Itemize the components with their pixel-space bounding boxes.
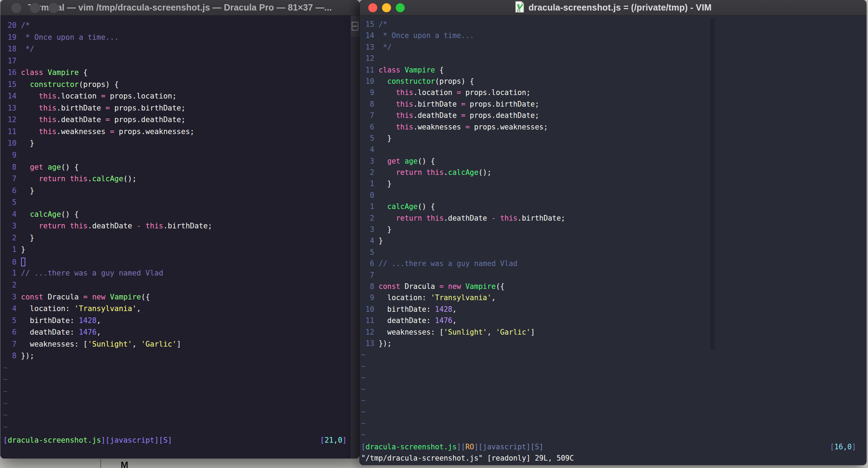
right-titlebar[interactable]: js dracula-screenshot.js = (/private/tmp… [360, 0, 867, 15]
svg-text:js: js [517, 9, 521, 12]
code-line[interactable]: 1 calcAge() { [361, 201, 860, 212]
right-traffic-lights [360, 0, 405, 15]
code-line[interactable]: 11 this.weaknesses = props.weaknesses; [3, 126, 350, 138]
tilde-line: ~ [361, 429, 860, 440]
code-line[interactable]: 4 } [361, 235, 860, 246]
code-line[interactable]: 4 location: 'Transylvania', [3, 303, 350, 315]
zoom-button[interactable] [396, 3, 405, 12]
left-scrollbar[interactable] [350, 15, 359, 458]
code-line[interactable]: 12 this.deathDate = props.deathDate; [3, 114, 350, 126]
left-code-lines[interactable]: 20 /* 19 * Once upon a time... 18 */ 17 … [3, 15, 350, 433]
code-line[interactable]: 18 */ [3, 43, 350, 55]
close-button[interactable] [11, 2, 22, 13]
code-line[interactable]: 8 this.birthDate = props.birthDate; [361, 99, 860, 110]
right-window: js dracula-screenshot.js = (/private/tmp… [359, 0, 867, 465]
zoom-button[interactable] [48, 2, 59, 13]
code-line[interactable]: 16 class Vampire { [3, 67, 350, 79]
code-line[interactable]: 19 * Once upon a time... [3, 32, 350, 44]
code-line[interactable]: 2 return this.calcAge(); [361, 167, 860, 178]
code-line[interactable]: 6 } [3, 185, 350, 197]
close-button[interactable] [368, 3, 377, 12]
code-line[interactable]: 11 class Vampire { [361, 64, 860, 76]
code-line[interactable]: 13 }); [361, 338, 860, 349]
code-line[interactable]: 5 birthDate: 1428, [3, 315, 350, 327]
tilde-line: ~ [361, 406, 860, 417]
code-line[interactable]: 20 /* [3, 20, 350, 32]
left-statusline-left: [dracula-screenshot.js][javascript][S] [3, 434, 172, 446]
left-traffic-lights [0, 0, 59, 15]
code-line[interactable]: 1 // ...there was a guy named Vlad [3, 267, 350, 279]
background-window-divider [100, 459, 101, 468]
tilde-line: ~ [3, 386, 350, 398]
code-line[interactable]: 9 location: 'Transylvania', [361, 292, 860, 303]
code-line[interactable]: 3 const Dracula = new Vampire({ [3, 291, 350, 303]
minimize-button[interactable] [30, 2, 40, 13]
tilde-line: ~ [3, 362, 350, 374]
code-line[interactable]: 8 const Dracula = new Vampire({ [361, 281, 860, 292]
code-line[interactable]: 10 constructor(props) { [361, 76, 860, 87]
background-window-text: M [121, 460, 128, 468]
code-line[interactable]: 8 }); [3, 350, 350, 362]
left-statusline: [dracula-screenshot.js][javascript][S] [… [3, 434, 347, 446]
desktop: { "desktop": { "bg_color": "#C8C7C4", "a… [0, 0, 868, 468]
code-line[interactable]: 13 this.birthDate = props.birthDate; [3, 102, 350, 114]
tilde-line: ~ [361, 349, 860, 360]
left-ruler: [21,0] [320, 434, 347, 446]
code-line[interactable]: 9 this.location = props.location; [361, 87, 860, 98]
right-code-lines[interactable]: 15 /* 14 * Once upon a time... 13 */ 12 … [361, 15, 860, 440]
minimize-button[interactable] [382, 3, 391, 12]
split-pane-button[interactable] [351, 15, 359, 37]
code-line[interactable]: 13 */ [361, 42, 860, 53]
code-line[interactable]: 6 this.weaknesses = props.weaknesses; [361, 121, 860, 133]
window-title: Terminal — vim /tmp/dracula-screenshot.j… [28, 2, 332, 13]
code-line[interactable]: 14 this.location = props.location; [3, 90, 350, 102]
tilde-line: ~ [3, 398, 350, 410]
code-line[interactable]: 2 } [3, 232, 350, 244]
code-line[interactable]: 3 return this.deathDate - this.birthDate… [3, 220, 350, 232]
right-ruler: [16,0] [830, 441, 856, 453]
tilde-line: ~ [361, 418, 860, 429]
code-line[interactable]: 10 birthDate: 1428, [361, 304, 860, 315]
code-line[interactable]: 5 } [361, 133, 860, 144]
code-line[interactable]: 15 /* [361, 19, 860, 30]
code-line[interactable]: 10 } [3, 138, 350, 150]
tilde-line: ~ [3, 409, 350, 421]
code-line[interactable]: 15 constructor(props) { [3, 79, 350, 91]
left-window: Terminal — vim /tmp/dracula-screenshot.j… [0, 0, 359, 458]
right-cmdline: "/tmp/dracula-screenshot.js" [readonly] … [361, 453, 574, 464]
right-statusline-left: [dracula-screenshot.js][RO][javascript][… [361, 441, 543, 453]
code-line[interactable]: 7 [361, 270, 860, 281]
code-line[interactable]: 6 deathDate: 1476, [3, 327, 350, 339]
code-line[interactable]: 17 [3, 55, 350, 67]
code-line[interactable]: 4 calcAge() { [3, 209, 350, 221]
code-line[interactable]: 1 } [3, 244, 350, 256]
left-titlebar[interactable]: Terminal — vim /tmp/dracula-screenshot.j… [0, 0, 359, 15]
code-line[interactable]: 0 [3, 256, 350, 268]
code-line[interactable]: 12 weaknesses: ['Sunlight', 'Garlic'] [361, 327, 860, 338]
vim-file-icon: js [515, 1, 524, 14]
split-pane-icon [352, 22, 358, 31]
code-line[interactable]: 9 [3, 150, 350, 162]
code-line[interactable]: 7 weaknesses: ['Sunlight', 'Garlic'] [3, 339, 350, 350]
code-line[interactable]: 4 [361, 144, 860, 155]
code-line[interactable]: 7 return this.calcAge(); [3, 173, 350, 185]
vim-cursor [21, 258, 25, 266]
code-line[interactable]: 3 } [361, 224, 860, 235]
code-line[interactable]: 8 get age() { [3, 162, 350, 173]
tilde-line: ~ [3, 421, 350, 433]
code-line[interactable]: 12 [361, 53, 860, 64]
code-line[interactable]: 11 deathDate: 1476, [361, 315, 860, 326]
right-statusline: [dracula-screenshot.js][RO][javascript][… [361, 441, 856, 453]
window-title: dracula-screenshot.js = (/private/tmp) -… [529, 2, 712, 13]
code-line[interactable]: 3 get age() { [361, 156, 860, 167]
code-line[interactable]: 1 } [361, 178, 860, 189]
code-line[interactable]: 0 [361, 190, 860, 201]
code-line[interactable]: 14 * Once upon a time... [361, 30, 860, 41]
code-line[interactable]: 2 return this.deathDate - this.birthDate… [361, 213, 860, 224]
code-line[interactable]: 7 this.deathDate = props.deathDate; [361, 110, 860, 121]
code-line[interactable]: 6 // ...there was a guy named Vlad [361, 258, 860, 269]
code-line[interactable]: 5 [3, 197, 350, 209]
code-line[interactable]: 2 [3, 279, 350, 291]
tilde-line: ~ [361, 384, 860, 395]
code-line[interactable]: 5 [361, 247, 860, 258]
